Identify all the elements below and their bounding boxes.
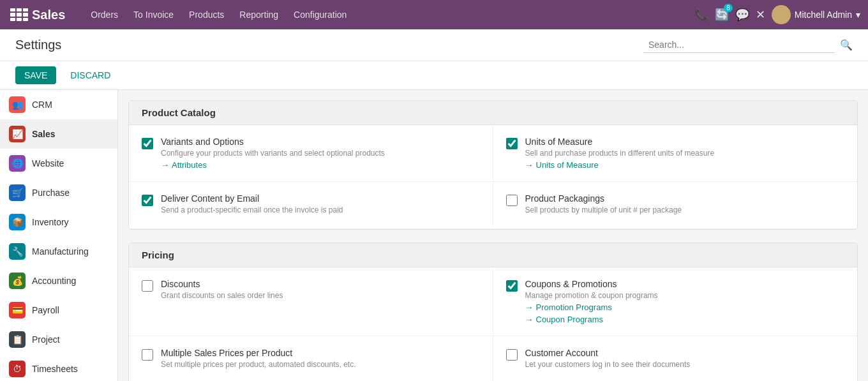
sidebar-label-purchase: Purchase xyxy=(32,188,70,198)
svg-point-1 xyxy=(774,18,789,24)
app-name: Sales xyxy=(32,8,65,22)
nav-orders[interactable]: Orders xyxy=(84,6,124,24)
sidebar-item-manufacturing[interactable]: 🔧 Manufacturing xyxy=(0,237,117,266)
header-bar: Settings 🔍 xyxy=(0,29,868,61)
checkbox-packagings[interactable] xyxy=(506,195,518,206)
sidebar-label-timesheets: Timesheets xyxy=(32,364,78,374)
sidebar-item-sales[interactable]: 📈 Sales xyxy=(0,119,117,149)
setting-desc-coupons: Manage promotion & coupon programs xyxy=(525,291,845,300)
sidebar-item-crm[interactable]: 👥 CRM xyxy=(0,90,117,119)
sidebar-icon-accounting: 💰 xyxy=(9,273,26,289)
activity-icon-wrap[interactable]: 🔄 8 xyxy=(715,8,729,22)
setting-label-variants: Variants and Options xyxy=(161,137,480,147)
sidebar-icon-purchase: 🛒 xyxy=(9,184,26,201)
setting-units: Units of Measure Sell and purchase produ… xyxy=(493,125,858,182)
setting-text-coupons: Coupons & Promotions Manage promotion & … xyxy=(525,279,845,324)
checkbox-coupons[interactable] xyxy=(506,280,518,292)
sidebar-icon-timesheets: ⏱ xyxy=(9,361,26,377)
discard-button[interactable]: DISCARD xyxy=(61,66,119,84)
sidebar-icon-project: 📋 xyxy=(9,331,26,348)
page-title: Settings xyxy=(15,38,61,52)
setting-desc-units: Sell and purchase products in different … xyxy=(525,149,845,158)
setting-desc-packagings: Sell products by multiple of unit # per … xyxy=(525,205,845,214)
chat-icon[interactable]: 💬 xyxy=(735,8,749,22)
setting-variants: Variants and Options Configure your prod… xyxy=(129,125,493,182)
checkbox-units[interactable] xyxy=(506,138,518,149)
sidebar-item-project[interactable]: 📋 Project xyxy=(0,325,117,354)
sidebar-label-project: Project xyxy=(32,334,60,345)
user-menu[interactable]: Mitchell Admin ▾ xyxy=(772,5,860,24)
sidebar-icon-sales: 📈 xyxy=(9,126,26,142)
sidebar-item-payroll[interactable]: 💳 Payroll xyxy=(0,295,117,325)
checkbox-deliver-email[interactable] xyxy=(142,195,153,206)
setting-text-customer-account: Customer Account Let your customers log … xyxy=(525,348,845,371)
link-coupons-1[interactable]: Coupon Programs xyxy=(525,315,845,324)
setting-text-packagings: Product Packagings Sell products by mult… xyxy=(525,193,845,217)
phone-icon[interactable]: 📞 xyxy=(694,8,708,22)
link-coupons-0[interactable]: Promotion Programs xyxy=(525,303,845,312)
topnav-menu: Orders To Invoice Products Reporting Con… xyxy=(84,6,694,24)
setting-desc-multiple-prices: Set multiple prices per product, automat… xyxy=(161,360,480,369)
nav-reporting[interactable]: Reporting xyxy=(233,6,285,24)
checkbox-variants[interactable] xyxy=(142,138,153,149)
main-layout: 👥 CRM 📈 Sales 🌐 Website 🛒 Purchase 📦 Inv… xyxy=(0,90,868,381)
activity-badge: 8 xyxy=(724,4,733,12)
checkbox-customer-account[interactable] xyxy=(506,349,518,361)
user-name: Mitchell Admin xyxy=(795,10,852,20)
section-pricing: Pricing Discounts Grant discounts on sal… xyxy=(128,243,858,381)
sidebar-label-inventory: Inventory xyxy=(32,217,69,227)
sidebar-label-manufacturing: Manufacturing xyxy=(32,246,89,257)
sidebar-label-sales: Sales xyxy=(32,129,56,139)
setting-desc-deliver-email: Send a product-specific email once the i… xyxy=(161,205,480,214)
sidebar-label-accounting: Accounting xyxy=(32,276,76,286)
svg-point-0 xyxy=(777,8,786,17)
section-body-pricing: Discounts Grant discounts on sales order… xyxy=(129,267,857,381)
sidebar-item-timesheets[interactable]: ⏱ Timesheets xyxy=(0,354,117,381)
topnav: Sales Orders To Invoice Products Reporti… xyxy=(0,0,868,29)
setting-label-discounts: Discounts xyxy=(161,279,480,289)
setting-text-discounts: Discounts Grant discounts on sales order… xyxy=(161,279,480,303)
sidebar-icon-manufacturing: 🔧 xyxy=(9,243,26,260)
setting-label-units: Units of Measure xyxy=(525,137,845,147)
section-body-product-catalog: Variants and Options Configure your prod… xyxy=(129,125,857,229)
setting-customer-account: Customer Account Let your customers log … xyxy=(493,336,858,381)
setting-packagings: Product Packagings Sell products by mult… xyxy=(493,182,858,229)
link-units[interactable]: Units of Measure xyxy=(525,160,845,170)
setting-label-packagings: Product Packagings xyxy=(525,193,845,204)
sidebar-item-website[interactable]: 🌐 Website xyxy=(0,149,117,178)
sidebar-item-accounting[interactable]: 💰 Accounting xyxy=(0,266,117,295)
setting-multiple-prices: Multiple Sales Prices per Product Set mu… xyxy=(129,336,493,381)
close-icon[interactable]: ✕ xyxy=(756,8,765,22)
nav-to-invoice[interactable]: To Invoice xyxy=(127,6,180,24)
setting-deliver-email: Deliver Content by Email Send a product-… xyxy=(129,182,493,229)
nav-configuration[interactable]: Configuration xyxy=(287,6,353,24)
setting-label-customer-account: Customer Account xyxy=(525,348,845,358)
checkbox-multiple-prices[interactable] xyxy=(142,349,153,361)
user-dropdown-icon: ▾ xyxy=(856,10,860,20)
topnav-actions: 📞 🔄 8 💬 ✕ Mitchell Admin ▾ xyxy=(694,5,860,24)
sidebar-item-inventory[interactable]: 📦 Inventory xyxy=(0,207,117,237)
search-wrap: 🔍 xyxy=(643,37,853,53)
setting-label-deliver-email: Deliver Content by Email xyxy=(161,193,480,204)
setting-label-multiple-prices: Multiple Sales Prices per Product xyxy=(161,348,480,358)
setting-coupons: Coupons & Promotions Manage promotion & … xyxy=(493,267,858,336)
link-variants[interactable]: Attributes xyxy=(161,160,480,170)
nav-products[interactable]: Products xyxy=(183,6,230,24)
save-button[interactable]: SAVE xyxy=(15,66,56,84)
sidebar-item-purchase[interactable]: 🛒 Purchase xyxy=(0,178,117,207)
content-area: Product Catalog Variants and Options Con… xyxy=(118,90,868,381)
sidebar-icon-website: 🌐 xyxy=(9,155,26,172)
checkbox-discounts[interactable] xyxy=(142,280,153,292)
sidebar-icon-payroll: 💳 xyxy=(9,302,26,318)
section-header-pricing: Pricing xyxy=(129,243,857,267)
setting-text-deliver-email: Deliver Content by Email Send a product-… xyxy=(161,193,480,217)
search-icon[interactable]: 🔍 xyxy=(840,39,853,51)
sidebar: 👥 CRM 📈 Sales 🌐 Website 🛒 Purchase 📦 Inv… xyxy=(0,90,118,381)
search-input[interactable] xyxy=(643,37,835,53)
grid-menu-icon[interactable] xyxy=(8,6,26,24)
sidebar-icon-inventory: 📦 xyxy=(9,214,26,230)
setting-desc-variants: Configure your products with variants an… xyxy=(161,149,480,158)
sidebar-label-payroll: Payroll xyxy=(32,305,59,315)
section-product-catalog: Product Catalog Variants and Options Con… xyxy=(128,100,858,230)
setting-desc-customer-account: Let your customers log in to see their d… xyxy=(525,360,845,369)
